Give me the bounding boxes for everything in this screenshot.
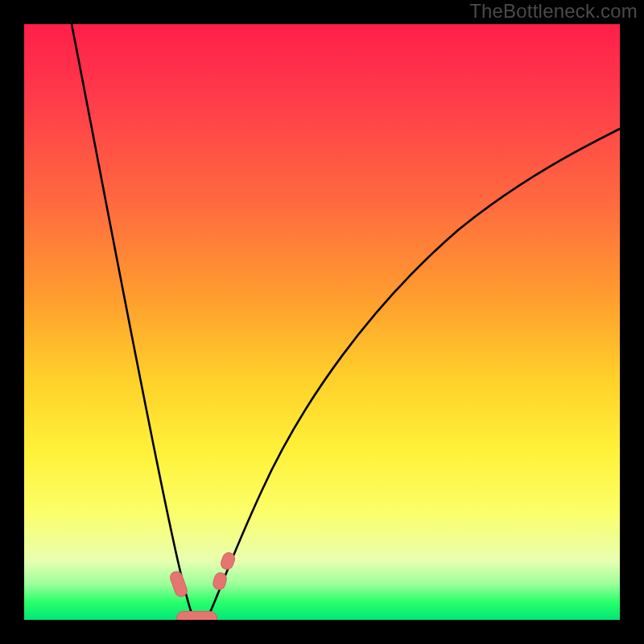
chart-plot-area bbox=[24, 24, 620, 620]
left-bottleneck-curve bbox=[72, 24, 192, 616]
watermark-text: TheBottleneck.com bbox=[469, 0, 638, 23]
curve-layer bbox=[24, 24, 620, 620]
baseline-marker bbox=[176, 611, 218, 620]
right-bottleneck-curve bbox=[208, 129, 620, 616]
